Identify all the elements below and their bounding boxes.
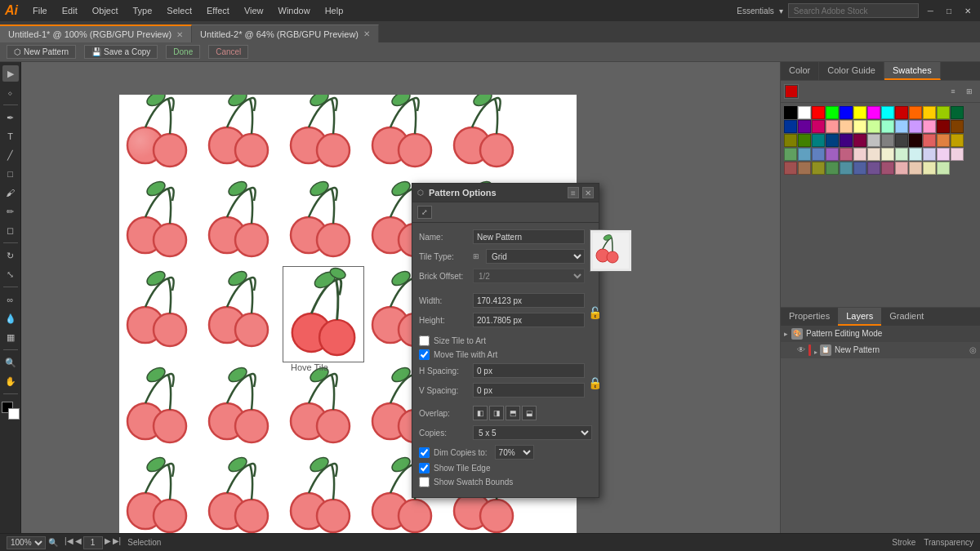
brick-offset-select[interactable]: 1/2 [473,269,585,283]
menu-window[interactable]: Window [272,4,317,17]
search-input[interactable] [788,3,919,18]
width-input[interactable] [473,293,585,308]
swatches-list-view[interactable]: ≡ [946,84,960,99]
swatch-item[interactable] [923,162,936,175]
layer-expand-icon[interactable]: ▸ [814,349,817,351]
tab-color[interactable]: Color [781,62,819,80]
swatch-item[interactable] [812,162,825,175]
dialog-collapse-icon[interactable]: ⬡ [417,189,424,197]
swatch-item[interactable] [951,148,964,161]
swatch-item[interactable] [853,106,866,119]
swatch-item[interactable] [853,148,866,161]
hand-tool[interactable]: ✋ [2,373,19,389]
lock-proportions-icon[interactable]: 🔓 [588,306,602,319]
swatch-item[interactable] [840,120,853,133]
menu-object[interactable]: Object [86,4,125,17]
swatch-item[interactable] [826,148,839,161]
swatch-item[interactable] [923,106,936,119]
blend-tool[interactable]: ∞ [2,291,19,308]
copies-select[interactable]: 5 x 5 3 x 3 7 x 7 [473,425,592,440]
close-button[interactable]: ✕ [960,5,975,17]
selected-cherry-tile[interactable] [283,266,364,362]
show-tile-edge-checkbox[interactable] [419,463,430,473]
save-copy-button[interactable]: 💾 Save a Copy [84,45,158,59]
swatch-item[interactable] [895,120,908,133]
swatch-item[interactable] [881,162,894,175]
overlap-right-front[interactable]: ◨ [489,406,504,420]
swatch-item[interactable] [784,148,797,161]
swatch-item[interactable] [867,106,880,119]
fit-to-art-button[interactable]: ⤢ [417,206,432,219]
swatch-item[interactable] [798,134,811,147]
swatch-item[interactable] [909,148,922,161]
swatch-item[interactable] [798,162,811,175]
menu-file[interactable]: File [26,4,54,17]
overlap-left-front[interactable]: ◧ [473,406,488,420]
swatch-item[interactable] [937,106,950,119]
dialog-menu-icon[interactable]: ≡ [568,187,579,198]
tab-properties[interactable]: Properties [781,308,838,326]
swatch-item[interactable] [784,134,797,147]
swatch-item[interactable] [798,148,811,161]
swatch-item[interactable] [937,148,950,161]
swatch-item[interactable] [867,148,880,161]
swatch-item[interactable] [951,106,964,119]
tab-untitled-1[interactable]: Untitled-1* @ 100% (RGB/GPU Preview) ✕ [0,24,192,42]
dim-copies-select[interactable]: 70% 50% 30% [495,445,534,460]
swatch-item[interactable] [909,106,922,119]
swatch-item[interactable] [895,134,908,147]
swatch-item[interactable] [784,162,797,175]
swatch-item[interactable] [937,134,950,147]
cancel-button[interactable]: Cancel [208,45,248,59]
swatch-item[interactable] [840,148,853,161]
swatch-item[interactable] [909,162,922,175]
swatch-item[interactable] [853,162,866,175]
menu-effect[interactable]: Effect [200,4,236,17]
minimize-button[interactable]: ─ [924,5,938,17]
swatches-grid-view[interactable]: ⊞ [962,84,977,99]
menu-select[interactable]: Select [160,4,198,17]
swatch-item[interactable] [937,162,950,175]
menu-help[interactable]: Help [318,4,350,17]
scale-tool[interactable]: ⤡ [2,266,19,282]
swatch-item[interactable] [867,134,880,147]
layer-new-pattern[interactable]: 👁 ▸ 📋 New Pattern ◎ [781,342,980,358]
next-artboard-button[interactable]: ▶ [105,536,111,549]
canvas-area[interactable]: Hove Tile ⬡ Pattern Options ≡ ✕ ⤢ [21,62,780,533]
swatch-item[interactable] [826,162,839,175]
swatch-item[interactable] [895,162,908,175]
select-tool[interactable]: ▶ [2,65,19,82]
swatch-item[interactable] [784,120,797,133]
overlap-bottom-front[interactable]: ⬓ [522,406,537,420]
name-input[interactable] [473,229,585,244]
eyedrop-tool[interactable]: 💧 [2,310,19,327]
tab-swatches[interactable]: Swatches [884,62,941,80]
v-spacing-input[interactable] [473,383,585,398]
swatch-item[interactable] [909,120,922,133]
swatch-item[interactable] [853,120,866,133]
tab-layers[interactable]: Layers [838,308,881,326]
show-swatch-bounds-checkbox[interactable] [419,477,430,487]
size-tile-checkbox[interactable] [419,335,430,346]
swatch-item[interactable] [840,134,853,147]
stroke-color[interactable] [8,408,20,420]
swatch-item[interactable] [951,134,964,147]
menu-type[interactable]: Type [127,4,159,17]
menu-edit[interactable]: Edit [56,4,84,17]
artboard-number-input[interactable] [83,536,103,549]
swatch-item[interactable] [812,148,825,161]
first-artboard-button[interactable]: |◀ [65,536,74,549]
swatch-item[interactable] [798,106,811,119]
swatch-item[interactable] [895,148,908,161]
swatch-item[interactable] [923,134,936,147]
swatch-item[interactable] [951,120,964,133]
swatch-item[interactable] [881,148,894,161]
zoom-tool[interactable]: 🔍 [2,354,19,371]
line-tool[interactable]: ╱ [2,147,19,163]
h-spacing-input[interactable] [473,363,585,378]
stroke-label[interactable]: Stroke [892,538,915,547]
dim-copies-checkbox[interactable] [419,447,430,458]
essentials-label[interactable]: Essentials [737,7,774,16]
swatch-item[interactable] [881,134,894,147]
swatch-item[interactable] [826,106,839,119]
